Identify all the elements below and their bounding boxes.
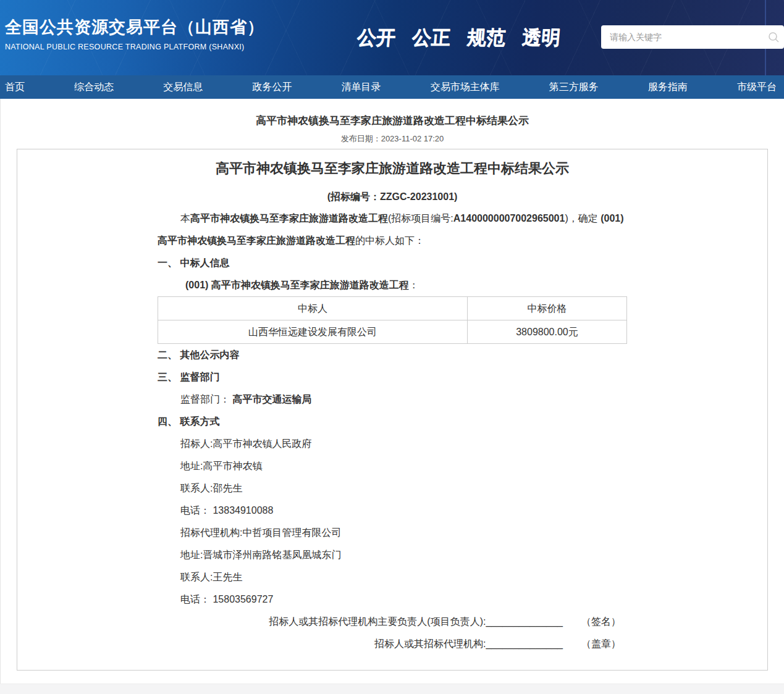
intro-text: )，确定 xyxy=(565,213,601,224)
signature-line-1: 招标人或其招标代理机构主要负责人(项目负责人):______________（签… xyxy=(158,611,627,633)
winner-price-cell: 3809800.00元 xyxy=(467,320,626,344)
supervision-line: 监督部门： 高平市交通运输局 xyxy=(158,388,627,411)
site-title: 全国公共资源交易平台（山西省） xyxy=(5,16,264,38)
slogan-word-transparent: 透明 xyxy=(521,25,562,51)
contact-line-tenderee: 招标人:高平市神农镇人民政府 xyxy=(158,433,627,455)
search-icon[interactable] xyxy=(763,25,784,49)
table-row: 山西华恒远建设发展有限公司 3809800.00元 xyxy=(158,320,627,344)
contact-line-tenderee-phone: 电话： 13834910088 xyxy=(158,500,627,522)
document-title: 高平市神农镇换马至李家庄旅游道路改造工程中标结果公示 xyxy=(23,159,761,178)
section-3-title: 三、 监督部门 xyxy=(158,366,627,388)
table-header-price: 中标价格 xyxy=(467,297,626,320)
contact-line-tenderee-person: 联系人:邵先生 xyxy=(158,477,627,500)
bid-number-line: (招标编号：ZZGC-20231001) xyxy=(17,191,767,204)
intro-text: (招标项目编 xyxy=(388,213,440,224)
supervision-value: 高平市交通运输局 xyxy=(232,394,311,404)
nav-item-market-entity-db[interactable]: 交易市场主体库 xyxy=(431,81,500,94)
supervision-label: 监督部门： xyxy=(180,394,232,404)
intro-text: 号: xyxy=(440,213,453,224)
section-1-colon: ： xyxy=(409,280,419,290)
contact-line-agency-person: 联系人:王先生 xyxy=(158,566,627,588)
contact-line-tenderee-address: 地址:高平市神农镇 xyxy=(158,455,627,477)
slogan-word-fair: 公正 xyxy=(411,25,452,51)
slogan-word-standard: 规范 xyxy=(466,25,507,51)
site-subtitle: NATIONAL PUBLIC RESOURCE TRADING PLATFOR… xyxy=(5,43,264,51)
intro-paragraph: 本高平市神农镇换马至李家庄旅游道路改造工程(招标项目编号:A1400000007… xyxy=(158,207,627,252)
contact-line-agency: 招标代理机构:中哲项目管理有限公司 xyxy=(158,522,627,544)
signature-1-suffix: （签名） xyxy=(581,616,621,627)
contact-line-agency-phone: 电话： 15803569727 xyxy=(158,588,627,611)
project-code: A1400000007002965001 xyxy=(453,213,565,224)
winner-name-cell: 山西华恒远建设发展有限公司 xyxy=(158,320,468,344)
bid-result-table: 中标人 中标价格 山西华恒远建设发展有限公司 3809800.00元 xyxy=(158,296,627,344)
intro-text: 的中标人如下： xyxy=(355,235,424,246)
project-code-group: 号:A1400000007002965001)，确定 xyxy=(440,213,601,224)
section-1-title: 一、 中标人信息 xyxy=(158,252,627,274)
signature-2-blank: ______________ xyxy=(486,638,563,649)
search-box xyxy=(601,25,784,49)
site-header: 全国公共资源交易平台（山西省） NATIONAL PUBLIC RESOURCE… xyxy=(0,0,784,75)
document-body: 本高平市神农镇换马至李家庄旅游道路改造工程(招标项目编号:A1400000007… xyxy=(158,207,627,655)
slogan-banner: 公开 公正 规范 透明 xyxy=(356,25,562,51)
nav-item-comprehensive-news[interactable]: 综合动态 xyxy=(74,81,114,94)
project-name: 高平市神农镇换马至李家庄旅游道路改造工程 xyxy=(190,213,388,224)
page: 全国公共资源交易平台（山西省） NATIONAL PUBLIC RESOURCE… xyxy=(0,0,784,694)
slogan-word-open: 公开 xyxy=(356,25,397,51)
nav-item-city-platform[interactable]: 市级平台 xyxy=(737,81,777,94)
section-1-project-name: (001) 高平市神农镇换马至李家庄旅游道路改造工程 xyxy=(185,280,409,290)
page-footer xyxy=(0,684,784,694)
publish-date: 发布日期：2023-11-02 17:20 xyxy=(1,133,784,144)
signature-1-blank: ______________ xyxy=(486,616,563,627)
content-area: 高平市神农镇换马至李家庄旅游道路改造工程中标结果公示 发布日期：2023-11-… xyxy=(0,99,784,684)
intro-text: 本 xyxy=(180,213,190,224)
signature-line-2: 招标人或其招标代理机构:______________（盖章） xyxy=(158,633,627,655)
document-box: 高平市神农镇换马至李家庄旅游道路改造工程中标结果公示 (招标编号：ZZGC-20… xyxy=(17,149,768,671)
nav-item-trade-info[interactable]: 交易信息 xyxy=(163,81,203,94)
table-header-row: 中标人 中标价格 xyxy=(158,297,627,320)
site-logo[interactable]: 全国公共资源交易平台（山西省） NATIONAL PUBLIC RESOURCE… xyxy=(5,16,264,51)
section-1-subtitle: (001) 高平市神农镇换马至李家庄旅游道路改造工程： xyxy=(158,274,627,296)
nav-item-list-catalog[interactable]: 清单目录 xyxy=(342,81,381,94)
section-2-title: 二、 其他公示内容 xyxy=(158,344,627,366)
table-header-winner: 中标人 xyxy=(158,297,468,320)
contact-line-agency-address: 地址:晋城市泽州南路铭基凤凰城东门 xyxy=(158,544,627,566)
page-title: 高平市神农镇换马至李家庄旅游道路改造工程中标结果公示 xyxy=(1,114,784,128)
nav-item-gov-disclosure[interactable]: 政务公开 xyxy=(252,81,292,94)
search-input[interactable] xyxy=(601,25,763,49)
section-4-title: 四、 联系方式 xyxy=(158,411,627,433)
nav-item-home[interactable]: 首页 xyxy=(5,81,25,94)
signature-1-label: 招标人或其招标代理机构主要负责人(项目负责人): xyxy=(269,616,486,627)
signature-2-suffix: （盖章） xyxy=(581,638,621,649)
nav-item-service-guide[interactable]: 服务指南 xyxy=(648,81,688,94)
nav-item-third-party-services[interactable]: 第三方服务 xyxy=(549,81,599,94)
signature-2-label: 招标人或其招标代理机构: xyxy=(374,638,486,649)
main-nav: 首页 综合动态 交易信息 政务公开 清单目录 交易市场主体库 第三方服务 服务指… xyxy=(0,75,784,99)
